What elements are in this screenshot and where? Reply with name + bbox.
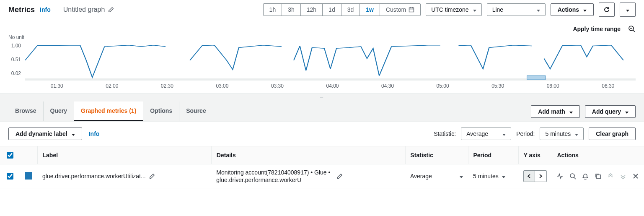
tab-browse[interactable]: Browse (8, 101, 44, 121)
pencil-icon[interactable] (337, 173, 343, 179)
chart-type-select[interactable]: Line (487, 3, 546, 16)
y-tick: 0.02 (8, 70, 21, 76)
th-actions: Actions (552, 146, 644, 164)
refresh-dropdown-button[interactable] (620, 3, 636, 17)
select-all-checkbox[interactable] (7, 152, 13, 159)
time-range-3h[interactable]: 3h (282, 4, 300, 16)
tab-source[interactable]: Source (179, 101, 213, 121)
chevron-down-icon (460, 173, 463, 180)
x-tick: 05:30 (470, 83, 525, 89)
add-math-label: Add math (538, 108, 565, 115)
chevron-down-icon (625, 108, 628, 115)
graphed-metrics-table: Label Details Statistic Period Y axis Ac… (0, 146, 644, 188)
chart-y-unit: No unit (8, 34, 636, 40)
chart-selection-handle[interactable] (527, 75, 546, 80)
tab-graphed-metrics-1-[interactable]: Graphed metrics (1) (74, 101, 143, 121)
th-details: Details (211, 146, 405, 164)
row-checkbox[interactable] (7, 173, 13, 180)
th-statistic: Statistic (405, 146, 468, 164)
time-range-1h[interactable]: 1h (264, 4, 282, 16)
svg-point-3 (570, 174, 574, 178)
close-icon[interactable] (632, 173, 639, 180)
graph-name-text: Untitled graph (63, 6, 105, 13)
row-statistic-select[interactable]: Average (410, 173, 463, 180)
alarm-pulse-icon[interactable] (557, 173, 564, 180)
search-icon[interactable] (569, 173, 576, 180)
chevron-down-icon (502, 173, 505, 180)
pencil-icon[interactable] (108, 7, 114, 13)
y-axis-toggle (523, 170, 547, 182)
page-title: Metrics (8, 5, 35, 14)
time-range-1w[interactable]: 1w (360, 4, 380, 16)
svg-rect-4 (597, 175, 600, 179)
chevron-down-icon (72, 130, 75, 137)
x-tick: 02:00 (85, 83, 140, 89)
add-dynamic-label-text: Add dynamic label (16, 130, 67, 137)
copy-icon[interactable] (595, 173, 601, 180)
y-axis-left-button[interactable] (524, 171, 535, 182)
x-tick: 06:30 (580, 83, 636, 89)
statistic-select[interactable]: Average (461, 128, 511, 140)
time-range-custom[interactable]: Custom (380, 4, 420, 16)
chart-series-line (544, 45, 623, 69)
graphed-metrics-controls: Add dynamic label Info Statistic: Averag… (0, 122, 644, 146)
period-value: 5 minutes (545, 130, 571, 137)
x-tick: 05:00 (415, 83, 471, 89)
chart-series-line (294, 45, 440, 76)
svg-rect-0 (409, 8, 414, 12)
metric-details: Monitoring account(782104008917) • Glue … (216, 169, 334, 184)
chart-series-line (458, 45, 532, 69)
info-link[interactable]: Info (40, 6, 51, 13)
pencil-icon[interactable] (149, 173, 155, 179)
timezone-value: UTC timezone (431, 6, 468, 13)
bell-icon[interactable] (582, 173, 589, 180)
chart-type-value: Line (492, 6, 503, 13)
time-range-3d[interactable]: 3d (341, 4, 360, 16)
metrics-header-bar: Metrics Info Untitled graph 1h3h12h1d3d1… (0, 0, 644, 19)
metric-label: glue.driver.performance.workerUtilizat..… (42, 173, 146, 180)
x-tick: 02:30 (140, 83, 195, 89)
table-header-row: Label Details Statistic Period Y axis Ac… (0, 146, 644, 164)
refresh-button[interactable] (599, 3, 615, 17)
chevron-down-icon (502, 130, 506, 137)
time-range-1d[interactable]: 1d (322, 4, 341, 16)
move-down-icon (620, 173, 626, 180)
apply-time-range-link[interactable]: Apply time range (573, 26, 621, 32)
add-math-button[interactable]: Add math (531, 105, 580, 118)
panel-resize-handle[interactable]: ═ (0, 93, 644, 101)
add-query-label: Add query (592, 108, 621, 115)
statistic-value: Average (466, 130, 488, 137)
timezone-select[interactable]: UTC timezone (426, 3, 481, 16)
period-select[interactable]: 5 minutes (540, 128, 584, 140)
graph-name[interactable]: Untitled graph (63, 6, 114, 13)
chevron-down-icon (583, 6, 587, 13)
chevron-down-icon (626, 6, 629, 13)
chart-y-ticks: 1.00 0.51 0.02 (8, 43, 25, 76)
chart-plot[interactable] (25, 43, 636, 81)
zoom-out-icon[interactable] (628, 25, 636, 33)
x-tick: 03:00 (195, 83, 250, 89)
add-dynamic-label-button[interactable]: Add dynamic label (8, 128, 82, 140)
info-link[interactable]: Info (89, 130, 100, 137)
th-yaxis: Y axis (518, 146, 552, 164)
x-tick: 03:30 (250, 83, 305, 89)
clear-graph-button[interactable]: Clear graph (589, 128, 636, 140)
row-period-select[interactable]: 5 minutes (473, 173, 513, 180)
refresh-icon (603, 6, 610, 13)
y-axis-right-button[interactable] (535, 171, 546, 182)
add-query-button[interactable]: Add query (585, 105, 636, 118)
tab-options[interactable]: Options (143, 101, 179, 121)
y-tick: 1.00 (8, 43, 21, 49)
calendar-icon (409, 7, 414, 13)
x-tick: 04:00 (305, 83, 360, 89)
y-tick: 0.51 (8, 57, 21, 62)
series-color-swatch[interactable] (25, 172, 32, 180)
time-range-selector: 1h3h12h1d3d1wCustom (263, 3, 421, 16)
move-up-icon (607, 173, 614, 180)
chevron-down-icon (575, 130, 578, 137)
th-period: Period (468, 146, 518, 164)
actions-button[interactable]: Actions (551, 3, 594, 16)
tab-query[interactable]: Query (44, 101, 74, 121)
time-range-12h[interactable]: 12h (300, 4, 322, 16)
chevron-down-icon (569, 108, 573, 115)
